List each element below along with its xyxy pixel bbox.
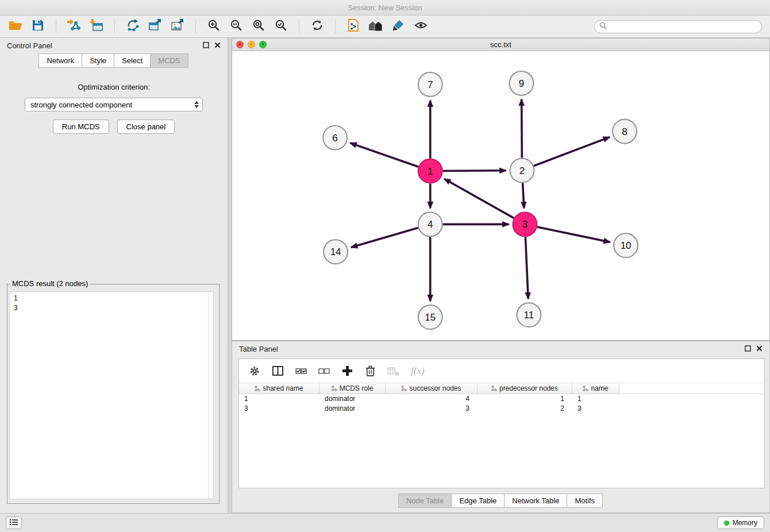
- criterion-dropdown[interactable]: strongly connected component: [25, 98, 203, 111]
- save-session-button[interactable]: [28, 18, 48, 35]
- table-settings-button[interactable]: [248, 365, 261, 377]
- export-table-button[interactable]: [145, 18, 165, 35]
- workspace-column: scc.txt × − + 7968124314101511: [231, 38, 770, 513]
- table-row[interactable]: 1dominator411: [239, 394, 764, 404]
- memory-button[interactable]: Memory: [717, 516, 764, 529]
- export-image-icon: [171, 18, 184, 34]
- graph-edge-2-3[interactable]: [523, 183, 524, 209]
- zoom-fit-button[interactable]: [249, 18, 268, 35]
- result-scrollbar[interactable]: [208, 292, 213, 499]
- export-table-icon: [148, 18, 162, 34]
- eye-icon: [414, 19, 428, 34]
- column-header-label: predecessor nodes: [499, 384, 558, 392]
- task-history-button[interactable]: [6, 516, 22, 529]
- table-panel: Table Panel f(x) shared nameMCDS: [232, 341, 770, 513]
- run-mcds-button[interactable]: Run MCDS: [53, 119, 109, 134]
- network-window-titlebar[interactable]: scc.txt × − +: [232, 38, 769, 51]
- graph-edge-1-6[interactable]: [350, 143, 418, 167]
- apply-style-button[interactable]: [388, 18, 408, 35]
- split-panel-button[interactable]: [272, 365, 284, 377]
- table-body: 1dominator4113dominator323: [239, 394, 764, 414]
- toolbar-separator: [335, 20, 336, 33]
- refresh-icon: [310, 18, 324, 34]
- search-input[interactable]: [610, 22, 757, 30]
- float-panel-icon[interactable]: [203, 41, 209, 50]
- table-cell: 1: [572, 394, 619, 404]
- criterion-value: strongly connected component: [30, 101, 132, 109]
- minimize-window-icon[interactable]: −: [248, 41, 255, 48]
- delete-table-button[interactable]: [387, 365, 400, 377]
- toolbar-separator: [56, 20, 56, 33]
- graph-node-label: 10: [621, 240, 632, 251]
- save-floppy-icon: [32, 19, 44, 34]
- sort-hierarchy-icon: [401, 385, 407, 391]
- status-bar: Memory: [0, 513, 770, 532]
- tab-node-table[interactable]: Node Table: [398, 494, 452, 508]
- export-network-button[interactable]: [123, 18, 143, 35]
- graph-edge-2-9[interactable]: [522, 99, 522, 158]
- graph-edge-4-14[interactable]: [351, 228, 418, 247]
- tab-network-table[interactable]: Network Table: [504, 494, 567, 508]
- open-in-ndex-button[interactable]: [344, 18, 363, 35]
- tab-network[interactable]: Network: [38, 53, 82, 68]
- tab-mcds[interactable]: MCDS: [150, 53, 188, 68]
- brush-icon: [392, 19, 405, 34]
- table-panel-title: Table Panel: [239, 345, 278, 353]
- import-table-button[interactable]: [87, 18, 106, 35]
- column-header-successor-nodes[interactable]: successor nodes: [386, 383, 478, 394]
- show-graphics-details-button[interactable]: [411, 18, 430, 35]
- column-header-predecessor-nodes[interactable]: predecessor nodes: [478, 383, 572, 394]
- deselect-all-button[interactable]: [318, 365, 330, 377]
- sort-hierarchy-icon: [583, 385, 588, 391]
- graph-edge-3-10[interactable]: [537, 227, 610, 242]
- mcds-result-line: 3: [14, 303, 209, 313]
- control-panel: Control Panel Network Style Select MCDS …: [0, 38, 228, 513]
- open-session-button[interactable]: [6, 18, 25, 35]
- zoom-selected-button[interactable]: [271, 18, 291, 35]
- table-row[interactable]: 3dominator323: [239, 404, 764, 414]
- network-graph[interactable]: 7968124314101511: [232, 51, 769, 340]
- graph-edge-3-1[interactable]: [444, 179, 514, 218]
- table-toolbar: f(x): [239, 359, 764, 383]
- toolbar-separator: [299, 20, 299, 33]
- table-cell: 4: [386, 394, 478, 404]
- graph-edge-1-2[interactable]: [443, 171, 506, 171]
- tab-style[interactable]: Style: [82, 53, 114, 68]
- delete-columns-button[interactable]: [364, 365, 376, 377]
- close-panel-icon[interactable]: [756, 345, 763, 353]
- mcds-result-list[interactable]: 1 3: [9, 291, 214, 499]
- column-header-MCDS-role[interactable]: MCDS role: [319, 383, 386, 394]
- function-builder-button[interactable]: f(x): [411, 365, 425, 377]
- home-button[interactable]: [366, 18, 386, 35]
- memory-status-dot: [724, 521, 729, 526]
- export-image-button[interactable]: [168, 18, 187, 35]
- zoom-in-button[interactable]: [204, 18, 224, 35]
- import-network-button[interactable]: [64, 18, 84, 35]
- zoom-window-icon[interactable]: +: [259, 41, 267, 48]
- export-network-icon: [126, 18, 140, 34]
- add-column-button[interactable]: [341, 365, 353, 377]
- zoom-out-button[interactable]: [226, 18, 246, 35]
- network-canvas[interactable]: 7968124314101511: [232, 51, 769, 340]
- close-window-icon[interactable]: ×: [236, 41, 244, 48]
- import-network-icon: [67, 18, 82, 34]
- close-panel-icon[interactable]: [214, 41, 221, 50]
- sort-hierarchy-icon: [491, 385, 497, 391]
- table-header-row: shared nameMCDS rolesuccessor nodesprede…: [239, 383, 764, 394]
- float-panel-icon[interactable]: [745, 345, 751, 353]
- column-header-shared-name[interactable]: shared name: [239, 383, 319, 394]
- table-cell: 2: [478, 404, 572, 414]
- select-all-button[interactable]: [295, 365, 307, 377]
- tab-edge-table[interactable]: Edge Table: [451, 494, 505, 508]
- column-header-label: name: [591, 384, 608, 392]
- graph-node-label: 6: [332, 133, 337, 144]
- sort-hierarchy-icon: [332, 385, 337, 391]
- close-panel-button[interactable]: Close panel: [117, 119, 175, 134]
- apply-layout-button[interactable]: [307, 18, 327, 35]
- tab-motifs[interactable]: Motifs: [567, 494, 603, 508]
- graph-edge-2-8[interactable]: [534, 137, 610, 166]
- column-header-name[interactable]: name: [572, 383, 619, 394]
- search-field[interactable]: [594, 20, 762, 33]
- tab-select[interactable]: Select: [114, 53, 151, 68]
- graph-edge-3-11[interactable]: [525, 237, 528, 299]
